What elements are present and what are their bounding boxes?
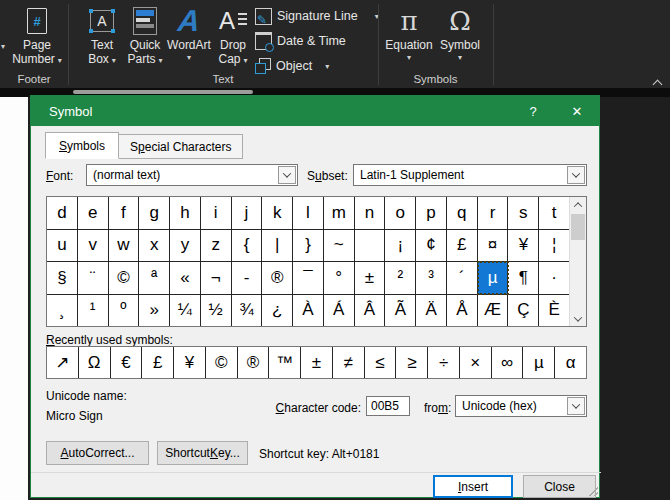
symbol-cell[interactable]: § <box>47 262 78 294</box>
symbol-cell[interactable]: © <box>109 262 140 294</box>
symbol-cell[interactable]: ª <box>139 262 170 294</box>
symbol-cell[interactable]: ¹ <box>78 295 109 327</box>
symbol-cell[interactable]: Á <box>324 295 355 327</box>
symbol-cell[interactable]: l <box>293 197 324 229</box>
autocorrect-button[interactable]: AutoCorrect... <box>46 441 149 465</box>
symbol-cell[interactable]: ´ <box>447 262 478 294</box>
wordart-button[interactable]: A WordArt ▾ <box>161 3 217 62</box>
help-button[interactable]: ? <box>511 96 555 126</box>
symbol-cell[interactable]: x <box>139 230 170 262</box>
symbol-cell[interactable]: | <box>262 230 293 262</box>
symbol-cell[interactable]: ½ <box>201 295 232 327</box>
equation-button[interactable]: π Equation ▾ <box>383 3 435 62</box>
symbol-cell[interactable]: j <box>232 197 263 229</box>
symbol-cell[interactable]: ¿ <box>262 295 293 327</box>
symbol-cell[interactable]: e <box>78 197 109 229</box>
cutoff-dropdown-arrow-icon[interactable]: ▾ <box>1 42 5 51</box>
symbol-cell[interactable]: i <box>201 197 232 229</box>
symbol-cell[interactable]: y <box>170 230 201 262</box>
symbol-cell[interactable]: k <box>262 197 293 229</box>
symbol-cell[interactable]: ³ <box>416 262 447 294</box>
signature-line-button[interactable]: ✎ Signature Line ▾ <box>255 5 379 27</box>
symbol-cell-selected[interactable]: µ <box>478 262 509 294</box>
recent-symbol-cell[interactable]: ™ <box>269 347 301 378</box>
recent-symbol-cell[interactable]: ↗ <box>47 347 79 378</box>
symbol-cell[interactable]: u <box>47 230 78 262</box>
recent-symbol-cell[interactable]: ± <box>301 347 333 378</box>
symbol-cell[interactable]: { <box>232 230 263 262</box>
symbol-cell[interactable]: s <box>508 197 539 229</box>
symbol-button[interactable]: Ω Symbol ▾ <box>436 3 484 62</box>
symbol-cell[interactable]: º <box>109 295 140 327</box>
recent-symbol-cell[interactable]: ÷ <box>428 347 460 378</box>
grid-scrollbar[interactable] <box>569 197 586 326</box>
symbol-cell[interactable]: p <box>416 197 447 229</box>
symbol-cell[interactable]: v <box>78 230 109 262</box>
symbol-cell[interactable]: Ã <box>385 295 416 327</box>
tab-symbols[interactable]: Symbols <box>45 132 119 159</box>
recent-symbol-cell[interactable]: ≥ <box>396 347 428 378</box>
tab-special-characters[interactable]: Special Characters <box>118 134 243 159</box>
recent-symbol-cell[interactable]: ≠ <box>333 347 365 378</box>
symbol-cell[interactable]: ¤ <box>478 230 509 262</box>
symbol-cell[interactable]: q <box>447 197 478 229</box>
symbol-cell[interactable]: f <box>109 197 140 229</box>
symbol-cell[interactable]: m <box>324 197 355 229</box>
symbol-cell[interactable]: ¥ <box>508 230 539 262</box>
symbol-cell[interactable]: · <box>539 262 569 294</box>
symbol-cell[interactable]: ¶ <box>508 262 539 294</box>
symbol-cell[interactable]: } <box>293 230 324 262</box>
scroll-down-button[interactable] <box>570 311 586 326</box>
font-select[interactable]: (normal text) <box>86 164 298 186</box>
symbol-cell[interactable]: ¬ <box>201 262 232 294</box>
recent-symbol-cell[interactable]: µ <box>523 347 555 378</box>
chevron-down-icon[interactable] <box>278 166 296 184</box>
recent-symbol-cell[interactable]: ≤ <box>365 347 397 378</box>
symbol-cell[interactable]: g <box>139 197 170 229</box>
symbol-cell[interactable]: ® <box>262 262 293 294</box>
symbol-cell[interactable]: o <box>385 197 416 229</box>
close-icon[interactable]: ✕ <box>555 96 599 126</box>
character-code-input[interactable]: 00B5 <box>366 396 410 416</box>
symbol-cell[interactable]: ¾ <box>232 295 263 327</box>
symbol-cell[interactable]: À <box>293 295 324 327</box>
recent-symbol-cell[interactable]: × <box>460 347 492 378</box>
symbol-cell[interactable]: t <box>539 197 569 229</box>
shortcut-key-button[interactable]: Shortcut Key... <box>157 441 248 465</box>
symbol-cell[interactable]: È <box>539 295 569 327</box>
symbol-cell[interactable]: Ç <box>508 295 539 327</box>
symbol-cell[interactable]: ¡ <box>385 230 416 262</box>
symbol-cell[interactable]: - <box>232 262 263 294</box>
symbol-cell[interactable]: » <box>139 295 170 327</box>
subset-select[interactable]: Latin-1 Supplement <box>353 164 587 186</box>
symbol-cell[interactable]: ¢ <box>416 230 447 262</box>
symbol-cell[interactable]: z <box>201 230 232 262</box>
recent-symbol-cell[interactable]: ∞ <box>492 347 524 378</box>
symbol-cell[interactable]: ~ <box>324 230 355 262</box>
from-select[interactable]: Unicode (hex) <box>455 395 587 417</box>
symbol-cell[interactable]: r <box>478 197 509 229</box>
symbol-cell[interactable]: Â <box>355 295 386 327</box>
recent-symbol-cell[interactable]: α <box>555 347 586 378</box>
insert-button[interactable]: Insert <box>433 475 513 498</box>
symbol-cell[interactable]: w <box>109 230 140 262</box>
recent-symbol-cell[interactable]: € <box>111 347 143 378</box>
recent-symbol-cell[interactable]: © <box>206 347 238 378</box>
chevron-down-icon[interactable] <box>567 166 585 184</box>
recent-symbol-cell[interactable]: ¥ <box>174 347 206 378</box>
symbol-cell[interactable]: Æ <box>478 295 509 327</box>
symbol-cell[interactable]: Ä <box>416 295 447 327</box>
symbol-cell[interactable]: ¯ <box>293 262 324 294</box>
symbol-cell[interactable]: ± <box>355 262 386 294</box>
symbol-cell[interactable]: h <box>170 197 201 229</box>
symbol-cell[interactable]: Å <box>447 295 478 327</box>
symbol-cell[interactable]: ² <box>385 262 416 294</box>
symbol-cell[interactable]: ¦ <box>539 230 569 262</box>
drop-cap-button[interactable]: A Drop Cap▾ <box>210 3 256 67</box>
symbol-cell[interactable]: d <box>47 197 78 229</box>
symbol-cell[interactable]: n <box>355 197 386 229</box>
recent-symbol-cell[interactable]: £ <box>142 347 174 378</box>
scrollbar-thumb[interactable] <box>571 214 585 240</box>
symbol-cell[interactable]: ° <box>324 262 355 294</box>
symbol-cell[interactable]: ¼ <box>170 295 201 327</box>
